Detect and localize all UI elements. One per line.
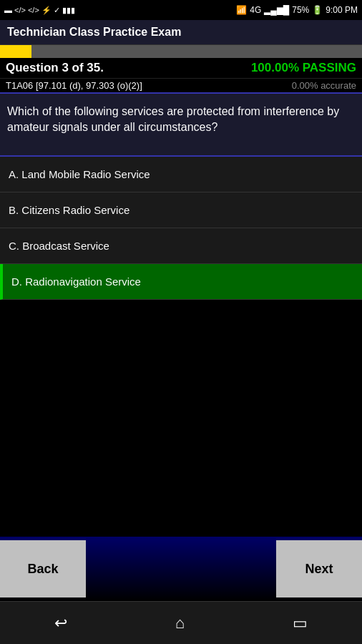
back-nav-icon[interactable]: ↩ [47,607,74,640]
time: 9:00 PM [326,5,358,15]
progress-bar-container [0,45,362,58]
question-info-row: Question 3 of 35. 100.00% PASSING [0,58,362,78]
signal-label: 4G [250,5,261,15]
home-nav-icon[interactable]: ⌂ [168,607,192,640]
wifi-icon: 📶 [236,5,247,15]
question-number: Question 3 of 35. [6,61,104,75]
app-title: Technician Class Practice Exam [7,26,181,38]
accuracy-label: 0.00% accurate [292,80,356,91]
answer-option-a[interactable]: A. Land Mobile Radio Service [0,157,362,192]
question-ref-row: T1A06 [97.101 (d), 97.303 (o)(2)] 0.00% … [0,78,362,92]
screen-icon: ▬ [4,6,12,14]
usb-icon: ⚡ [41,6,52,15]
passing-label: 100.00% PASSING [251,61,356,75]
code-icon: </> [14,6,26,14]
answer-option-d[interactable]: D. Radionavigation Service [0,264,362,300]
bottom-nav-bar: ↩ ⌂ ▭ [0,601,362,644]
recent-nav-icon[interactable]: ▭ [285,607,315,640]
status-right-icons: 📶 4G ▂▄▆█ 75% 🔋 9:00 PM [236,5,358,15]
bars-icon: ▮▮▮ [62,6,75,15]
answer-option-c[interactable]: C. Broadcast Service [0,228,362,264]
status-bar: ▬ </> </> ⚡ ✓ ▮▮▮ 📶 4G ▂▄▆█ 75% 🔋 9:00 P… [0,0,362,20]
answers-section: A. Land Mobile Radio Service B. Citizens… [0,157,362,300]
signal-bars: ▂▄▆█ [264,5,289,15]
ref-code: T1A06 [97.101 (d), 97.303 (o)(2)] [6,80,142,91]
next-button[interactable]: Next [276,540,362,597]
progress-fill [0,45,31,58]
battery-level: 75% [292,5,309,15]
question-text: Which of the following services are prot… [0,92,362,157]
answer-option-b[interactable]: B. Citizens Radio Service [0,192,362,228]
title-bar: Technician Class Practice Exam [0,20,362,45]
code2-icon: </> [28,6,39,14]
navigation-area: Back Next [0,537,362,601]
status-left-icons: ▬ </> </> ⚡ ✓ ▮▮▮ [4,6,75,15]
battery-icon: 🔋 [312,5,323,15]
back-button[interactable]: Back [0,540,86,597]
check-icon: ✓ [54,6,60,15]
